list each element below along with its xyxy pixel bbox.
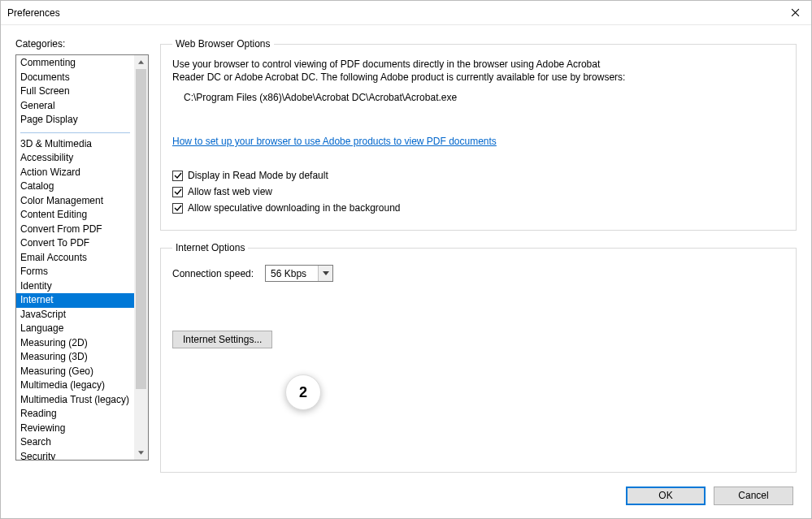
category-item[interactable]: 3D & Multimedia [16, 137, 134, 152]
categories-list[interactable]: CommentingDocumentsFull ScreenGeneralPag… [16, 55, 134, 460]
chevron-up-icon [138, 59, 144, 65]
connection-speed-label: Connection speed: [172, 268, 254, 279]
scrollbar-thumb[interactable] [136, 69, 146, 389]
connection-speed-row: Connection speed: 56 Kbps [172, 265, 784, 282]
window-title: Preferences [7, 7, 779, 19]
select-arrow [318, 266, 332, 281]
scroll-up-button[interactable] [134, 55, 148, 69]
internet-options-legend: Internet Options [172, 242, 248, 253]
scroll-down-button[interactable] [134, 446, 148, 460]
speculative-label: Allow speculative downloading in the bac… [188, 202, 401, 214]
category-item[interactable]: Measuring (2D) [16, 336, 134, 351]
categories-listbox: CommentingDocumentsFull ScreenGeneralPag… [15, 54, 149, 461]
category-item[interactable]: Action Wizard [16, 166, 134, 180]
category-item[interactable]: Measuring (3D) [16, 350, 134, 365]
acrobat-path: C:\Program Files (x86)\Adobe\Acrobat DC\… [184, 92, 784, 103]
connection-speed-value: 56 Kbps [266, 268, 318, 279]
settings-panel: Web Browser Options Use your browser to … [160, 38, 797, 473]
category-item[interactable]: Language [16, 322, 134, 336]
close-button[interactable] [779, 1, 811, 25]
category-item[interactable]: Forms [16, 265, 134, 279]
checkmark-icon [174, 188, 182, 196]
category-item[interactable]: Full Screen [16, 84, 134, 99]
category-item[interactable]: Internet [16, 293, 134, 308]
read-mode-row: Display in Read Mode by default [172, 170, 784, 181]
web-browser-legend: Web Browser Options [172, 38, 274, 50]
preferences-dialog: Preferences Categories: CommentingDocume… [0, 0, 812, 519]
checkmark-icon [174, 171, 182, 179]
fast-web-checkbox[interactable] [172, 187, 183, 197]
category-item[interactable]: Search [16, 435, 134, 450]
category-separator [20, 132, 130, 133]
category-item[interactable]: Email Accounts [16, 251, 134, 266]
category-item[interactable]: Security [16, 450, 134, 461]
category-item[interactable]: Catalog [16, 179, 134, 194]
read-mode-checkbox[interactable] [172, 171, 183, 181]
ok-button[interactable]: OK [626, 487, 706, 505]
category-item[interactable]: Convert From PDF [16, 223, 134, 237]
fast-web-row: Allow fast web view [172, 186, 784, 197]
web-browser-options-group: Web Browser Options Use your browser to … [160, 38, 797, 231]
categories-scrollbar[interactable] [134, 55, 148, 460]
browser-setup-link[interactable]: How to set up your browser to use Adobe … [172, 136, 497, 147]
content-area: Categories: CommentingDocumentsFull Scre… [1, 25, 811, 473]
categories-label: Categories: [15, 38, 149, 50]
speculative-checkbox[interactable] [172, 203, 183, 214]
scrollbar-track[interactable] [134, 69, 148, 446]
chevron-down-icon [323, 271, 329, 275]
category-item[interactable]: Reading [16, 407, 134, 422]
categories-panel: Categories: CommentingDocumentsFull Scre… [15, 38, 149, 473]
connection-speed-select[interactable]: 56 Kbps [265, 265, 333, 282]
category-item[interactable]: Multimedia (legacy) [16, 378, 134, 393]
web-browser-description: Use your browser to control viewing of P… [172, 58, 627, 84]
category-item[interactable]: Content Editing [16, 208, 134, 223]
annotation-badge: 2 [285, 374, 321, 410]
close-icon [791, 8, 800, 17]
speculative-row: Allow speculative downloading in the bac… [172, 202, 784, 214]
dialog-footer: OK Cancel [1, 473, 811, 518]
category-item[interactable]: Commenting [16, 56, 134, 71]
category-item[interactable]: Measuring (Geo) [16, 365, 134, 379]
category-item[interactable]: Reviewing [16, 422, 134, 436]
internet-settings-button[interactable]: Internet Settings... [172, 331, 272, 348]
category-item[interactable]: Accessibility [16, 151, 134, 166]
checkmark-icon [174, 204, 182, 212]
category-item[interactable]: JavaScript [16, 308, 134, 322]
titlebar: Preferences [1, 1, 811, 25]
category-item[interactable]: General [16, 99, 134, 114]
internet-options-group: Internet Options Connection speed: 56 Kb… [160, 242, 797, 473]
cancel-button[interactable]: Cancel [714, 487, 793, 505]
category-item[interactable]: Color Management [16, 194, 134, 209]
fast-web-label: Allow fast web view [188, 186, 272, 197]
category-item[interactable]: Multimedia Trust (legacy) [16, 393, 134, 408]
category-item[interactable]: Documents [16, 71, 134, 85]
chevron-down-icon [138, 450, 144, 456]
category-item[interactable]: Identity [16, 279, 134, 294]
category-item[interactable]: Convert To PDF [16, 236, 134, 251]
read-mode-label: Display in Read Mode by default [188, 170, 328, 181]
category-item[interactable]: Page Display [16, 113, 134, 128]
